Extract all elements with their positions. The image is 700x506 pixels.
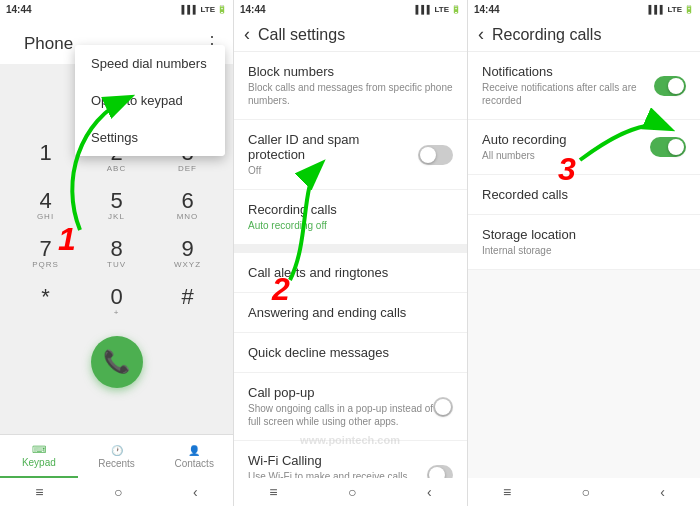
nav-home-icon-3[interactable]: ○ [582, 484, 590, 500]
keypad-key-*[interactable]: * [10, 278, 81, 326]
rec-toggle-0[interactable] [654, 76, 686, 96]
recording-item-0[interactable]: Notifications Receive notifications afte… [468, 52, 700, 120]
recording-item-1[interactable]: Auto recording All numbers [468, 120, 700, 175]
settings-item[interactable]: Settings [75, 119, 225, 156]
recents-icon: 🕐 [111, 445, 123, 456]
status-icons-3: ▌▌▌ LTE 🔋 [648, 5, 694, 14]
nav-home-icon-2[interactable]: ○ [348, 484, 356, 500]
back-arrow-2[interactable]: ‹ [244, 24, 250, 45]
keypad-key-7[interactable]: 7PQRS [10, 230, 81, 278]
call-settings-list: Block numbers Block calls and messages f… [234, 52, 467, 478]
nav-bar-2: ≡ ○ ‹ [234, 478, 467, 506]
call-settings-panel: 14:44 ▌▌▌ LTE 🔋 ‹ Call settings Block nu… [233, 0, 467, 506]
time-3: 14:44 [474, 4, 500, 15]
status-icons-1: ▌▌▌ LTE 🔋 [181, 5, 227, 14]
dropdown-menu: Speed dial numbers Open to keypad Settin… [75, 45, 225, 156]
nav-back-icon-2[interactable]: ‹ [427, 484, 432, 500]
recording-calls-title: Recording calls [492, 26, 601, 44]
toggle-1[interactable] [418, 145, 453, 165]
keypad-key-#[interactable]: # [152, 278, 223, 326]
time-1: 14:44 [6, 4, 32, 15]
call-settings-item-4[interactable]: Answering and ending calls [234, 293, 467, 333]
keypad-grid: 12ABC3DEF4GHI5JKL6MNO7PQRS8TUV9WXYZ*0+# [0, 134, 233, 326]
recording-settings-list: Notifications Receive notifications afte… [468, 52, 700, 478]
keypad-icon: ⌨ [32, 444, 46, 455]
call-button[interactable]: 📞 [91, 336, 143, 388]
keypad-key-6[interactable]: 6MNO [152, 182, 223, 230]
back-arrow-3[interactable]: ‹ [478, 24, 484, 45]
recording-calls-panel: 14:44 ▌▌▌ LTE 🔋 ‹ Recording calls Notifi… [467, 0, 700, 506]
nav-back-icon[interactable]: ‹ [193, 484, 198, 500]
keypad-key-0[interactable]: 0+ [81, 278, 152, 326]
speed-dial-item[interactable]: Speed dial numbers [75, 45, 225, 82]
status-icons-2: ▌▌▌ LTE 🔋 [415, 5, 461, 14]
rec-toggle-1[interactable] [650, 137, 686, 157]
toggle-6[interactable] [433, 397, 453, 417]
recording-item-3[interactable]: Storage location Internal storage [468, 215, 700, 270]
call-settings-item-7[interactable]: Wi-Fi Calling Use Wi-Fi to make and rece… [234, 441, 467, 478]
call-settings-item-2[interactable]: Recording calls Auto recording off [234, 190, 467, 245]
status-bar-2: 14:44 ▌▌▌ LTE 🔋 [234, 0, 467, 18]
nav-home-icon[interactable]: ○ [114, 484, 122, 500]
tab-contacts[interactable]: 👤 Contacts [155, 435, 233, 478]
bottom-tabs: ⌨ Keypad 🕐 Recents 👤 Contacts [0, 434, 233, 478]
keypad-key-5[interactable]: 5JKL [81, 182, 152, 230]
nav-menu-icon-3[interactable]: ≡ [503, 484, 511, 500]
toggle-7[interactable] [427, 465, 453, 479]
keypad-key-8[interactable]: 8TUV [81, 230, 152, 278]
call-settings-item-5[interactable]: Quick decline messages [234, 333, 467, 373]
keypad-area: 12ABC3DEF4GHI5JKL6MNO7PQRS8TUV9WXYZ*0+# … [0, 124, 233, 434]
call-button-row: 📞 [91, 336, 143, 388]
nav-bar-1: ≡ ○ ‹ [0, 478, 233, 506]
contacts-icon: 👤 [188, 445, 200, 456]
call-settings-item-0[interactable]: Block numbers Block calls and messages f… [234, 52, 467, 120]
status-bar-3: 14:44 ▌▌▌ LTE 🔋 [468, 0, 700, 18]
call-settings-title: Call settings [258, 26, 345, 44]
nav-menu-icon[interactable]: ≡ [35, 484, 43, 500]
call-icon: 📞 [103, 349, 130, 375]
open-keypad-item[interactable]: Open to keypad [75, 82, 225, 119]
phone-dialer-panel: 14:44 ▌▌▌ LTE 🔋 Phone ⋮ Speed dial numbe… [0, 0, 233, 506]
nav-back-icon-3[interactable]: ‹ [660, 484, 665, 500]
time-2: 14:44 [240, 4, 266, 15]
tab-keypad[interactable]: ⌨ Keypad [0, 435, 78, 478]
keypad-key-9[interactable]: 9WXYZ [152, 230, 223, 278]
call-settings-header: ‹ Call settings [234, 18, 467, 52]
nav-menu-icon-2[interactable]: ≡ [269, 484, 277, 500]
call-settings-item-3[interactable]: Call alerts and ringtones [234, 253, 467, 293]
keypad-key-1[interactable]: 1 [10, 134, 81, 182]
call-settings-item-1[interactable]: Caller ID and spam protection Off [234, 120, 467, 190]
call-settings-item-6[interactable]: Call pop-up Show ongoing calls in a pop-… [234, 373, 467, 441]
tab-recents[interactable]: 🕐 Recents [78, 435, 156, 478]
keypad-key-4[interactable]: 4GHI [10, 182, 81, 230]
status-bar-1: 14:44 ▌▌▌ LTE 🔋 [0, 0, 233, 18]
recording-calls-header: ‹ Recording calls [468, 18, 700, 52]
nav-bar-3: ≡ ○ ‹ [468, 478, 700, 506]
recording-item-2[interactable]: Recorded calls [468, 175, 700, 215]
